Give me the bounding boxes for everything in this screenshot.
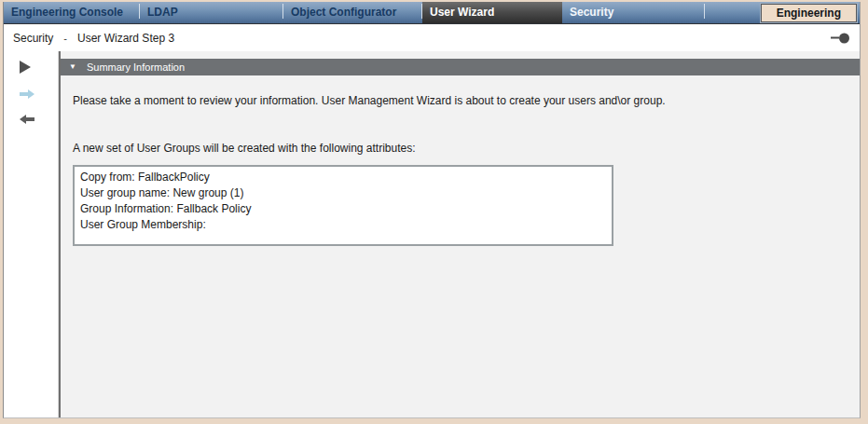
tab-separator [282, 4, 283, 19]
summary-line: User group name: New group (1) [80, 185, 606, 201]
pin-dot [839, 33, 849, 43]
breadcrumb-page: User Wizard Step 3 [77, 32, 174, 45]
summary-box: Copy from: FallbackPolicy User group nam… [73, 165, 613, 246]
pin-line [831, 37, 839, 39]
breadcrumb: Security - User Wizard Step 3 [4, 24, 860, 51]
window-frame: Engineering Console LDAP Object Configur… [0, 0, 868, 424]
tab-user-wizard[interactable]: User Wizard [422, 2, 562, 23]
content-area: ▼ Summary Information Please take a mome… [4, 51, 860, 417]
breadcrumb-separator: - [63, 33, 67, 44]
pin-icon[interactable] [831, 33, 849, 43]
tab-bar: Engineering Console LDAP Object Configur… [4, 2, 860, 24]
tab-separator [139, 4, 140, 19]
panel-body: Please take a moment to review your info… [61, 94, 860, 246]
breadcrumb-section[interactable]: Security [13, 32, 53, 45]
tab-ldap[interactable]: LDAP [140, 2, 282, 23]
summary-panel: ▼ Summary Information Please take a mome… [59, 51, 860, 417]
panel-title: Summary Information [87, 62, 185, 73]
attributes-heading: A new set of User Groups will be created… [73, 142, 860, 155]
summary-line: Copy from: FallbackPolicy [80, 170, 606, 185]
tab-separator [421, 4, 422, 19]
wizard-nav-sidebar [4, 51, 59, 417]
summary-line: Group Information: Fallback Policy [80, 201, 606, 217]
app-window: Engineering Console LDAP Object Configur… [3, 2, 861, 418]
forward-arrow-icon[interactable] [20, 89, 34, 99]
tab-security[interactable]: Security [562, 2, 704, 23]
intro-text: Please take a moment to review your info… [73, 94, 856, 107]
summary-section-header[interactable]: ▼ Summary Information [61, 59, 860, 75]
engineering-mode-button[interactable]: Engineering [761, 4, 857, 22]
tab-separator [704, 4, 705, 19]
collapse-caret-icon: ▼ [69, 63, 76, 71]
tab-object-configurator[interactable]: Object Configurator [283, 2, 421, 23]
summary-line: User Group Membership: [80, 217, 606, 233]
play-icon[interactable] [20, 61, 31, 74]
tab-engineering-console[interactable]: Engineering Console [4, 2, 139, 23]
back-arrow-icon[interactable] [20, 115, 34, 124]
